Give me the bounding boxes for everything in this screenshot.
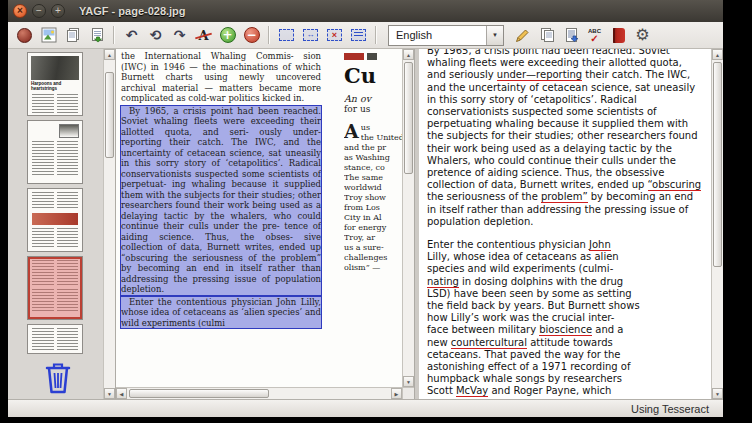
page-thumbnail[interactable]: [27, 188, 83, 252]
fit-page-icon[interactable]: ↔: [299, 24, 322, 46]
scroll-thumb[interactable]: [129, 389, 269, 398]
trash-icon[interactable]: [40, 358, 76, 396]
scan-line: and the pr: [344, 143, 402, 153]
dropcap: A: [344, 123, 359, 140]
layout-frame-icon: [351, 29, 366, 41]
scroll-track[interactable]: [403, 60, 414, 376]
scan-line: for energy: [344, 223, 402, 233]
scroll-down-button[interactable]: ▼: [104, 388, 115, 399]
scroll-up-button[interactable]: ▲: [104, 49, 115, 60]
ocr-text-panel: By 1965, a crisis point had been reached…: [419, 49, 723, 399]
scanner-lens-icon: [17, 28, 32, 43]
image-vertical-scrollbar[interactable]: ▲ ▼: [402, 49, 414, 387]
scroll-right-button[interactable]: ▶: [391, 388, 402, 399]
close-button[interactable]: ×: [13, 4, 27, 18]
scroll-thumb[interactable]: [404, 62, 413, 174]
save-image-icon[interactable]: [61, 24, 84, 46]
page-thumbnail-selected[interactable]: [27, 256, 83, 320]
rotate-180-icon[interactable]: ⟲: [144, 24, 167, 46]
zoom-in-glyph-icon: +: [220, 27, 236, 43]
text-scrollbar[interactable]: ▲ ▼: [711, 49, 723, 399]
fit-frame-icon: ↔: [303, 29, 318, 41]
selection-frame-icon: [279, 29, 294, 41]
image-horizontal-scrollbar[interactable]: ◀ ▶: [116, 387, 402, 399]
scan-line: us: [361, 123, 402, 133]
scroll-left-button[interactable]: ◀: [116, 388, 127, 399]
rotate-left-icon[interactable]: ↶: [120, 24, 143, 46]
analyze-layout-icon[interactable]: [347, 24, 370, 46]
pages-arrow-glyph-icon: [89, 27, 105, 43]
misspelled-word: John: [589, 239, 611, 251]
scroll-up-button[interactable]: ▲: [403, 49, 414, 60]
deskew-icon[interactable]: A: [192, 24, 215, 46]
toolbar-separator: [268, 26, 270, 44]
misspelled-word: nating: [427, 276, 459, 288]
save-project-icon[interactable]: [85, 24, 108, 46]
spellcheck-icon[interactable]: ABC✓: [583, 24, 606, 46]
scroll-down-button[interactable]: ▼: [712, 388, 723, 399]
ocr-paragraph: Enter the contentious physician JohnLill…: [427, 239, 703, 399]
scanned-page[interactable]: the International Whaling Commis- sion (…: [116, 49, 402, 387]
select-region-icon[interactable]: [275, 24, 298, 46]
scan-paragraph[interactable]: By 1965, a crisis point had been reached…: [121, 106, 321, 295]
rotate-left-glyph-icon: ↶: [126, 27, 138, 43]
scroll-track[interactable]: [127, 388, 391, 399]
scroll-up-button[interactable]: ▲: [712, 49, 723, 60]
article-standfirst: for us: [344, 104, 402, 115]
zoom-in-icon[interactable]: +: [216, 24, 239, 46]
pages-glyph-icon: [65, 27, 81, 43]
scan-column1: the International Whaling Commis- sion (…: [121, 51, 321, 330]
save-text-glyph-icon: [563, 27, 579, 43]
scan-paragraph[interactable]: Enter the contentious physician John Lil…: [121, 297, 321, 329]
scan-line: olism” —: [344, 263, 402, 273]
scroll-down-button[interactable]: ▼: [403, 376, 414, 387]
open-image-icon[interactable]: [37, 24, 60, 46]
desktop: × − + YAGF - page-028.jpg ↶ ⟲ ↷ A + −: [0, 0, 752, 423]
thumbnail-list: Harpoons and heartstrings: [8, 49, 102, 399]
chevron-down-icon[interactable]: ▼: [486, 26, 503, 45]
abc-check-glyph-icon: ABC✓: [588, 28, 601, 43]
thumbnail-scrollbar[interactable]: ▲ ▼: [103, 49, 115, 399]
maximize-button[interactable]: +: [51, 4, 65, 18]
scroll-thumb[interactable]: [713, 62, 722, 267]
language-value: English: [396, 29, 432, 41]
rotate-right-icon[interactable]: ↷: [168, 24, 191, 46]
thumbnail-panel: Harpoons and heartstrings: [8, 49, 116, 399]
copy-text-icon[interactable]: [535, 24, 558, 46]
scan-column2: Cu An ov for us A usthe Unitedand the pr…: [344, 53, 402, 273]
clear-selection-icon[interactable]: ×: [323, 24, 346, 46]
scan-image-panel: the International Whaling Commis- sion (…: [116, 49, 415, 399]
language-select[interactable]: English ▼: [388, 25, 504, 46]
titlebar[interactable]: × − + YAGF - page-028.jpg: [8, 0, 723, 22]
pencil-glyph-icon: [515, 28, 530, 43]
toolbar-separator: [113, 26, 115, 44]
main-area: Harpoons and heartstrings: [8, 49, 723, 399]
thumbnail-photo: [31, 56, 79, 80]
scroll-thumb[interactable]: [105, 72, 114, 158]
status-bar: Using Tesseract: [8, 399, 723, 417]
status-text: Using Tesseract: [631, 403, 709, 415]
article-standfirst: An ov: [344, 93, 402, 104]
scroll-track[interactable]: [712, 60, 723, 388]
scan-icon[interactable]: [13, 24, 36, 46]
scan-paragraph[interactable]: the International Whaling Commis- sion (…: [121, 51, 321, 104]
toolbar: ↶ ⟲ ↷ A + − ↔ × English ▼: [8, 22, 723, 49]
window-title: YAGF - page-028.jpg: [79, 5, 186, 17]
zoom-out-icon[interactable]: −: [240, 24, 263, 46]
red-fragment: [344, 53, 364, 60]
thumbnail-selection-overlay: [28, 257, 82, 319]
minimize-button[interactable]: −: [32, 4, 46, 18]
recognize-icon[interactable]: [511, 24, 534, 46]
settings-icon[interactable]: ⚙: [631, 24, 654, 46]
clear-x-glyph-icon: ×: [332, 31, 337, 40]
ocr-text[interactable]: By 1965, a crisis point had been reached…: [419, 49, 711, 399]
clear-frame-icon: ×: [327, 29, 342, 41]
scroll-track[interactable]: [104, 60, 115, 388]
page-thumbnail[interactable]: [27, 324, 83, 354]
dictionary-icon[interactable]: [607, 24, 630, 46]
page-thumbnail[interactable]: Harpoons and heartstrings: [27, 52, 83, 116]
misspelled-word: problem”: [541, 191, 588, 203]
page-thumbnail[interactable]: [27, 120, 83, 184]
save-text-icon[interactable]: [559, 24, 582, 46]
rotate-180-glyph-icon: ⟲: [150, 27, 162, 43]
